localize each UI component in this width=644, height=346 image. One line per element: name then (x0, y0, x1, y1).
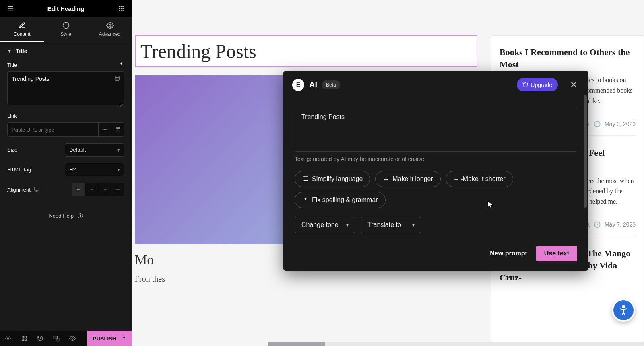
change-tone-select[interactable]: Change tone ▼ (295, 217, 355, 233)
svg-point-6 (119, 8, 120, 9)
svg-point-3 (119, 6, 120, 7)
svg-line-34 (40, 338, 41, 339)
chevron-down-icon: ▼ (116, 167, 121, 172)
fix-spelling-button[interactable]: Fix spelling & grammar (295, 192, 386, 208)
sparkle-icon (302, 197, 309, 203)
scrollbar-thumb[interactable] (268, 342, 325, 346)
make-shorter-button[interactable]: →← Make it shorter (446, 171, 513, 187)
chevron-up-icon: ⌃ (122, 336, 126, 341)
upgrade-label: Upgrade (530, 82, 552, 88)
hamburger-icon[interactable] (5, 3, 16, 14)
crown-icon (522, 81, 528, 88)
heading-text: Trending Posts (140, 40, 472, 62)
ai-scrollbar[interactable] (584, 95, 587, 267)
svg-point-14 (115, 76, 120, 78)
svg-point-5 (122, 6, 124, 7)
chip-label: Fix spelling & grammar (312, 196, 378, 204)
preview-icon[interactable] (64, 331, 80, 346)
svg-point-10 (121, 10, 122, 11)
chip-label: Simplify language (312, 175, 363, 183)
publish-button[interactable]: PUBLISH ⌃ (87, 331, 132, 346)
ai-modal-body: Trending Posts Text generated by AI may … (283, 99, 588, 243)
history-icon[interactable] (32, 331, 48, 346)
need-help-link[interactable]: Need Help ⓘ (7, 212, 124, 220)
html-tag-label: HTML Tag (7, 167, 31, 173)
ai-modal-footer: New prompt Use text (283, 243, 588, 271)
align-right-button[interactable] (98, 183, 111, 196)
clock-icon: 🕑 (594, 121, 601, 127)
section-toggle-title[interactable]: ▼ Title (0, 42, 132, 60)
size-select[interactable]: Default ▼ (65, 143, 124, 157)
alignment-label: Alignment (7, 187, 31, 193)
sidebar-post-title[interactable]: Books I Recommend to Others the Most (500, 46, 636, 70)
translate-select[interactable]: Translate to ▼ (361, 217, 421, 233)
chevron-down-icon: ▼ (7, 49, 12, 54)
size-label: Size (7, 147, 17, 153)
post-excerpt-partial: Fron thes (135, 272, 477, 285)
editor-tabs: Content Style Advanced (0, 17, 132, 42)
svg-point-8 (122, 8, 124, 9)
ai-text-output[interactable]: Trending Posts (295, 107, 577, 152)
align-center-button[interactable] (85, 183, 98, 196)
simplify-language-button[interactable]: Simplify language (295, 171, 370, 187)
make-longer-button[interactable]: ↔ Make it longer (375, 171, 441, 187)
ai-sparkle-icon[interactable] (118, 62, 124, 68)
alignment-group (72, 183, 124, 196)
beta-badge: Beta (322, 80, 340, 89)
link-label: Link (7, 113, 124, 119)
new-prompt-button[interactable]: New prompt (490, 250, 527, 257)
chip-label: Make it shorter (463, 175, 506, 183)
html-tag-value: H2 (69, 167, 76, 173)
size-value: Default (69, 147, 86, 153)
ai-title-label: AI (309, 80, 317, 89)
title-textarea[interactable] (7, 71, 124, 105)
responsive-icon[interactable] (34, 186, 39, 193)
svg-point-4 (121, 6, 122, 7)
svg-rect-17 (34, 187, 39, 190)
horizontal-scrollbar[interactable] (268, 342, 644, 346)
publish-label: PUBLISH (93, 336, 116, 342)
panel-title: Edit Heading (16, 5, 116, 12)
navigator-icon[interactable] (16, 331, 32, 346)
scrollbar-thumb[interactable] (584, 95, 587, 208)
editor-panel: Edit Heading Content Style Advanced ▼ Ti… (0, 0, 132, 346)
clock-icon: 🕑 (594, 221, 601, 228)
tab-advanced[interactable]: Advanced (88, 17, 132, 42)
tab-label: Content (13, 31, 30, 37)
tab-style[interactable]: Style (44, 17, 88, 42)
ai-disclaimer: Text generated by AI may be inaccurate o… (295, 156, 577, 162)
post-date: May 9, 2023 (605, 121, 636, 127)
ai-logo-icon: E (292, 79, 304, 91)
responsive-mode-icon[interactable] (48, 331, 64, 346)
heading-widget[interactable]: Trending Posts (135, 35, 477, 67)
align-justify-button[interactable] (111, 183, 124, 196)
svg-point-13 (109, 25, 111, 27)
section-label: Title (16, 48, 27, 54)
select-label: Translate to (367, 221, 401, 228)
accessibility-button[interactable] (612, 299, 635, 322)
settings-icon[interactable] (0, 331, 16, 346)
html-tag-select[interactable]: H2 ▼ (65, 163, 124, 176)
select-label: Change tone (301, 221, 339, 228)
link-options-icon[interactable] (99, 122, 111, 137)
tab-label: Style (60, 31, 71, 37)
link-input[interactable] (7, 122, 99, 137)
svg-point-38 (623, 306, 625, 308)
close-button[interactable]: ✕ (568, 79, 580, 91)
dynamic-tags-icon[interactable] (113, 74, 121, 82)
resize-grip[interactable] (119, 101, 123, 105)
chat-icon (302, 176, 309, 182)
tab-content[interactable]: Content (0, 17, 44, 42)
apps-grid-icon[interactable] (116, 3, 127, 14)
chevron-down-icon: ▼ (411, 222, 416, 228)
upgrade-button[interactable]: Upgrade (517, 78, 558, 91)
expand-icon: ↔ (383, 176, 389, 182)
link-dynamic-icon[interactable] (111, 122, 124, 137)
svg-point-7 (121, 8, 122, 9)
panel-header: Edit Heading (0, 0, 132, 17)
align-left-button[interactable] (72, 183, 85, 196)
chevron-down-icon: ▼ (345, 222, 350, 228)
svg-point-9 (119, 10, 120, 11)
collapse-icon: →← (453, 176, 460, 182)
use-text-button[interactable]: Use text (536, 246, 577, 261)
